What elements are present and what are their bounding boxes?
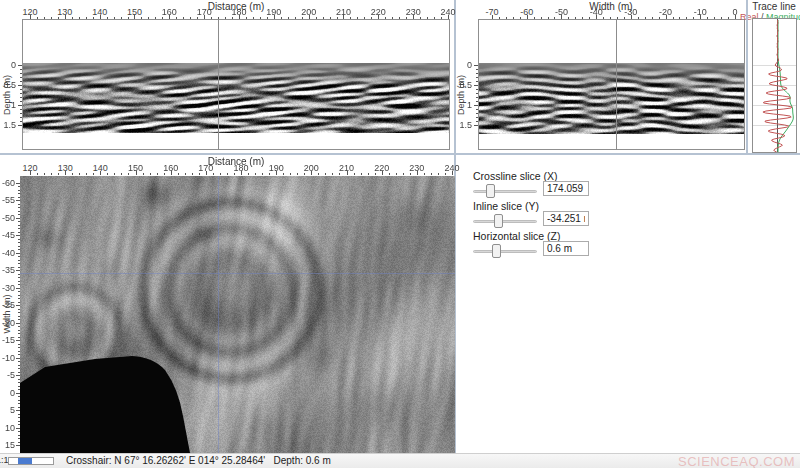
plan-width-minor-tick bbox=[18, 365, 20, 366]
inline-slice-value[interactable] bbox=[543, 211, 589, 226]
plan-width-tick-mark bbox=[16, 393, 20, 394]
plan-width-tick-mark bbox=[16, 358, 20, 359]
inline-width-minor-tick bbox=[499, 17, 500, 19]
crossline-depth-minor-tick bbox=[20, 69, 22, 70]
plan-distance-minor-tick bbox=[410, 173, 411, 175]
plan-distance-tick-mark bbox=[241, 171, 242, 175]
slider-track[interactable] bbox=[473, 220, 537, 223]
crossline-distance-minor-tick bbox=[260, 17, 261, 19]
inline-width-minor-tick bbox=[721, 17, 722, 19]
crossline-distance-minor-tick bbox=[190, 17, 191, 19]
crossline-distance-minor-tick bbox=[392, 17, 393, 19]
plan-width-minor-tick bbox=[18, 232, 20, 233]
plan-width-minor-tick bbox=[18, 396, 20, 397]
plan-width-minor-tick bbox=[18, 242, 20, 243]
plan-width-tick-mark bbox=[16, 340, 20, 341]
crossline-distance-minor-tick bbox=[350, 17, 351, 19]
crossline-depth-tick-mark bbox=[18, 65, 22, 66]
plan-width-tick-label: 15 bbox=[0, 440, 15, 450]
plan-width-minor-tick bbox=[18, 326, 20, 327]
plan-width-minor-tick bbox=[18, 382, 20, 383]
plan-distance-minor-tick bbox=[375, 173, 376, 175]
slider-thumb[interactable] bbox=[492, 244, 501, 258]
plan-width-minor-tick bbox=[18, 330, 20, 331]
inline-depth-minor-tick bbox=[476, 121, 478, 122]
plan-width-minor-tick bbox=[18, 421, 20, 422]
plan-distance-minor-tick bbox=[178, 173, 179, 175]
crossline-distance-tick-mark bbox=[413, 15, 414, 19]
inline-slice-slider[interactable] bbox=[473, 214, 537, 228]
inline-width-minor-tick bbox=[624, 17, 625, 19]
crossline-distance-tick-mark bbox=[343, 15, 344, 19]
inline-width-minor-tick bbox=[548, 17, 549, 19]
crossline-distance-minor-tick bbox=[399, 17, 400, 19]
plan-width-minor-tick bbox=[18, 400, 20, 401]
plan-distance-minor-tick bbox=[114, 173, 115, 175]
plan-width-tick-label: -10 bbox=[0, 353, 15, 363]
crossline-distance-tick-mark bbox=[378, 15, 379, 19]
plan-distance-tick-mark bbox=[65, 171, 66, 175]
inline-width-tick-mark bbox=[735, 15, 736, 19]
plan-distance-minor-tick bbox=[199, 173, 200, 175]
slider-thumb[interactable] bbox=[494, 214, 503, 228]
horizontal-slice-view[interactable] bbox=[20, 176, 455, 453]
inline-width-minor-tick bbox=[659, 17, 660, 19]
plan-width-minor-tick bbox=[18, 344, 20, 345]
plan-width-minor-tick bbox=[18, 386, 20, 387]
plan-width-tick-label: -35 bbox=[0, 265, 15, 275]
plan-distance-minor-tick bbox=[269, 173, 270, 175]
crossline-distance-minor-tick bbox=[385, 17, 386, 19]
crossline-depth-minor-tick bbox=[20, 93, 22, 94]
plan-distance-minor-tick bbox=[128, 173, 129, 175]
crossline-depth-tick-label: 1 bbox=[0, 100, 16, 110]
horizontal-slice-slider[interactable] bbox=[473, 244, 537, 258]
slider-track[interactable] bbox=[473, 250, 537, 253]
inline-depth-minor-tick bbox=[476, 81, 478, 82]
progress-fill bbox=[18, 458, 32, 464]
plan-distance-minor-tick bbox=[213, 173, 214, 175]
crossline-distance-minor-tick bbox=[107, 17, 108, 19]
crossline-distance-minor-tick bbox=[302, 17, 303, 19]
plan-width-minor-tick bbox=[18, 190, 20, 191]
plan-distance-minor-tick bbox=[255, 173, 256, 175]
crossline-distance-tick-mark bbox=[204, 15, 205, 19]
plan-width-tick-label: -55 bbox=[0, 195, 15, 205]
crossline-distance-minor-tick bbox=[357, 17, 358, 19]
inline-width-minor-tick bbox=[610, 17, 611, 19]
crossline-distance-minor-tick bbox=[128, 17, 129, 19]
trace-plot[interactable] bbox=[753, 19, 796, 152]
inline-depth-minor-tick bbox=[476, 117, 478, 118]
crossline-depth-minor-tick bbox=[20, 81, 22, 82]
plan-distance-tick-mark bbox=[276, 171, 277, 175]
plan-distance-minor-tick bbox=[325, 173, 326, 175]
plan-width-minor-tick bbox=[18, 249, 20, 250]
crossline-distance-minor-tick bbox=[232, 17, 233, 19]
plan-width-tick-mark bbox=[16, 218, 20, 219]
splitter-horizontal[interactable] bbox=[0, 153, 800, 155]
slider-thumb[interactable] bbox=[486, 184, 495, 198]
inline-slice-view[interactable] bbox=[479, 63, 744, 134]
plan-width-tick-label: -5 bbox=[0, 370, 15, 380]
crossline-depth-tick-mark bbox=[18, 85, 22, 86]
crossline-slice-slider[interactable] bbox=[473, 184, 537, 198]
plan-width-minor-tick bbox=[18, 312, 20, 313]
crossline-depth-tick-mark bbox=[18, 105, 22, 106]
horizontal-slice-value[interactable] bbox=[543, 241, 589, 256]
inline-width-tick-mark bbox=[666, 15, 667, 19]
plan-width-minor-tick bbox=[18, 309, 20, 310]
plan-width-minor-tick bbox=[18, 368, 20, 369]
crossline-slice-view[interactable] bbox=[23, 63, 449, 133]
crossline-distance-minor-tick bbox=[211, 17, 212, 19]
plan-width-minor-tick bbox=[18, 351, 20, 352]
crossline-slice-value[interactable] bbox=[543, 181, 589, 196]
plan-width-minor-tick bbox=[18, 197, 20, 198]
slider-track[interactable] bbox=[473, 190, 537, 193]
inline-depth-minor-tick bbox=[476, 93, 478, 94]
crossline-distance-minor-tick bbox=[121, 17, 122, 19]
splitter-vertical-trace[interactable] bbox=[746, 0, 748, 154]
inline-width-minor-tick bbox=[673, 17, 674, 19]
plan-width-minor-tick bbox=[18, 260, 20, 261]
crossline-distance-minor-tick bbox=[267, 17, 268, 19]
plan-distance-minor-tick bbox=[290, 173, 291, 175]
plan-width-tick-mark bbox=[16, 445, 20, 446]
